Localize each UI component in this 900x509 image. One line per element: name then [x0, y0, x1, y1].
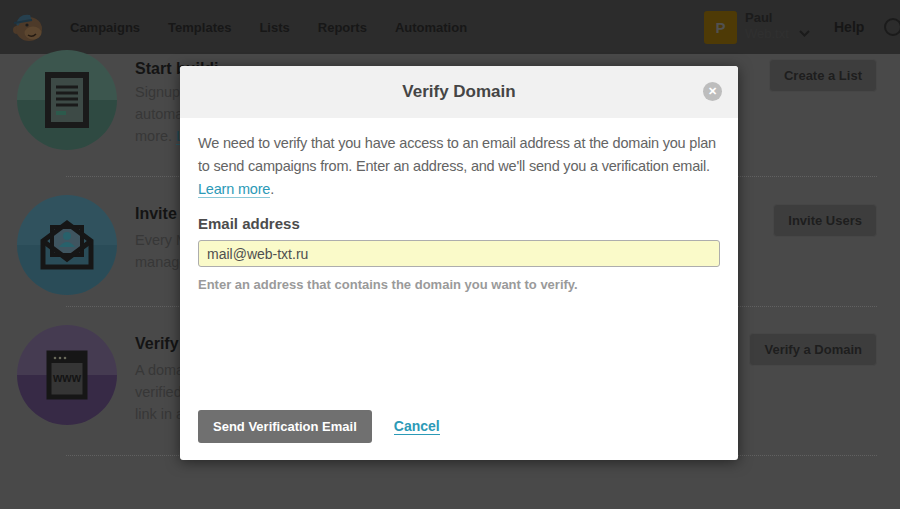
modal-body: We need to verify that you have access t… — [180, 118, 738, 292]
avatar[interactable]: P — [704, 11, 737, 44]
nav-links: Campaigns Templates Lists Reports Automa… — [70, 0, 467, 54]
modal-description-line2: to send campaigns from. Enter an address… — [198, 155, 720, 178]
verify-a-domain-button[interactable]: Verify a Domain — [749, 333, 877, 366]
invite-users-icon — [17, 195, 117, 295]
verify-domain-icon: www — [17, 325, 117, 425]
nav-item-help[interactable]: Help — [834, 19, 864, 35]
user-menu[interactable]: Paul Web.txt — [745, 10, 789, 42]
user-name: Paul — [745, 10, 789, 26]
cancel-link[interactable]: Cancel — [394, 418, 440, 435]
nav-item-automation[interactable]: Automation — [395, 20, 467, 35]
verify-domain-modal: Verify Domain ✕ We need to verify that y… — [180, 66, 738, 460]
email-address-label: Email address — [198, 215, 720, 232]
close-icon[interactable]: ✕ — [703, 82, 722, 101]
nav-item-templates[interactable]: Templates — [168, 20, 231, 35]
nav-item-campaigns[interactable]: Campaigns — [70, 20, 140, 35]
modal-header: Verify Domain ✕ — [180, 66, 738, 118]
svg-text:www: www — [52, 371, 82, 385]
top-nav: Campaigns Templates Lists Reports Automa… — [0, 0, 900, 54]
chevron-down-icon[interactable] — [799, 23, 810, 41]
email-address-field[interactable] — [198, 240, 720, 267]
modal-description-line1: We need to verify that you have access t… — [198, 132, 720, 155]
email-helper-text: Enter an address that contains the domai… — [198, 277, 720, 292]
invite-users-button[interactable]: Invite Users — [773, 204, 877, 237]
send-verification-email-button[interactable]: Send Verification Email — [198, 410, 372, 443]
learn-more-link[interactable]: Learn more — [198, 181, 270, 198]
modal-footer: Send Verification Email Cancel — [198, 410, 440, 443]
signup-form-icon — [17, 50, 117, 150]
nav-item-lists[interactable]: Lists — [259, 20, 289, 35]
mailchimp-logo-icon[interactable] — [9, 8, 47, 46]
account-name: Web.txt — [745, 26, 789, 42]
nav-item-reports[interactable]: Reports — [318, 20, 367, 35]
search-icon[interactable] — [884, 18, 900, 36]
create-a-list-button[interactable]: Create a List — [769, 59, 877, 92]
modal-title: Verify Domain — [180, 66, 738, 118]
modal-description-line3: Learn more. — [198, 178, 720, 201]
